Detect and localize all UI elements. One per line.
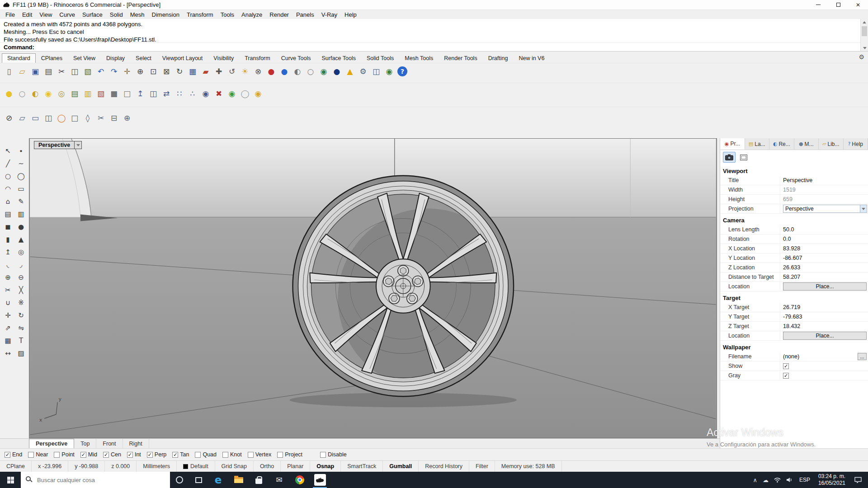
taskbar-search[interactable] bbox=[21, 472, 170, 488]
osnap-knot[interactable]: Knot bbox=[222, 451, 242, 458]
onedrive-icon[interactable]: ☁ bbox=[763, 477, 769, 483]
tool-circle-icon[interactable]: ○ bbox=[2, 170, 14, 182]
tool-text-icon[interactable]: T bbox=[15, 334, 28, 347]
dropdown-arrow-icon[interactable] bbox=[860, 205, 867, 212]
earth-icon[interactable]: ◉ bbox=[317, 65, 330, 78]
osnap-cen[interactable]: Cen bbox=[103, 451, 121, 458]
menu-surface[interactable]: Surface bbox=[79, 10, 106, 19]
zoom-window-icon[interactable]: ⊡ bbox=[147, 65, 160, 78]
start-button[interactable] bbox=[0, 472, 21, 488]
light-icon[interactable]: ☀ bbox=[239, 65, 251, 78]
shaded-viewport-icon[interactable]: ◐ bbox=[291, 65, 304, 78]
copy-icon[interactable]: ◫ bbox=[68, 65, 81, 78]
z-target-value[interactable]: 18.432 bbox=[780, 322, 868, 331]
tool-dimension-icon[interactable]: ↔ bbox=[2, 347, 14, 359]
duplicate-icon[interactable]: ◫ bbox=[147, 87, 160, 100]
viewport-title-row-value[interactable]: Perspective bbox=[780, 176, 868, 185]
menu-panels[interactable]: Panels bbox=[292, 10, 318, 19]
wallpaper-browse-button[interactable]: ... bbox=[858, 353, 867, 360]
move-icon[interactable]: ✚ bbox=[212, 65, 225, 78]
tool-arc-icon[interactable]: ◠ bbox=[2, 183, 14, 195]
viewport-title-menu[interactable]: Perspective bbox=[34, 141, 82, 149]
open-file-icon[interactable]: ▱ bbox=[16, 65, 28, 78]
ribbon-tab-mesh-tools[interactable]: Mesh Tools bbox=[399, 53, 439, 63]
search-input[interactable] bbox=[21, 472, 170, 488]
bulbs-white-icon[interactable]: ◯ bbox=[239, 87, 251, 100]
detail-properties-button[interactable] bbox=[737, 152, 750, 163]
tool-freeform-icon[interactable]: ✎ bbox=[15, 195, 28, 207]
section-icon[interactable]: ⊟ bbox=[108, 112, 120, 124]
redo-icon[interactable]: ↷ bbox=[108, 65, 120, 78]
osnap-end[interactable]: End bbox=[5, 451, 22, 458]
x-target-value[interactable]: 26.719 bbox=[780, 303, 868, 312]
tool-chamfer-icon[interactable]: ◞ bbox=[15, 258, 28, 271]
ribbon-tab-solid-tools[interactable]: Solid Tools bbox=[361, 53, 399, 63]
undo-icon[interactable]: ↶ bbox=[94, 65, 107, 78]
tool-fillet-icon[interactable]: ◟ bbox=[2, 258, 14, 271]
menu-dimension[interactable]: Dimension bbox=[148, 10, 183, 19]
viewport-tab-top[interactable]: Top bbox=[74, 439, 96, 448]
bulbs-green-icon[interactable]: ◉ bbox=[226, 87, 238, 100]
taskbar-app-chrome[interactable] bbox=[289, 472, 310, 488]
tool-join-icon[interactable]: ∪ bbox=[2, 296, 14, 309]
tool-sphere-icon[interactable]: ● bbox=[15, 221, 28, 233]
status-record-history[interactable]: Record History bbox=[419, 461, 469, 472]
tool-surface-icon[interactable]: ▤ bbox=[2, 208, 14, 220]
language-indicator[interactable]: ESP bbox=[798, 477, 811, 483]
sheet-check-icon[interactable]: ▤ bbox=[68, 87, 81, 100]
osnap-quad[interactable]: Quad bbox=[195, 451, 217, 458]
taskbar-app-store[interactable] bbox=[249, 472, 269, 488]
paste-icon[interactable]: ▧ bbox=[81, 65, 94, 78]
osnap-point[interactable]: Point bbox=[54, 451, 75, 458]
tool-polygon-icon[interactable]: ⌂ bbox=[2, 195, 14, 207]
tool-explode-icon[interactable]: ※ bbox=[15, 296, 28, 309]
send-up-icon[interactable]: ↥ bbox=[134, 87, 146, 100]
grid-points-icon[interactable]: ∷ bbox=[173, 87, 186, 100]
menu-solid[interactable]: Solid bbox=[106, 10, 127, 19]
layer-off-bulb-icon[interactable]: ○ bbox=[16, 87, 28, 100]
distance-to-target-value[interactable]: 58.207 bbox=[780, 272, 868, 282]
tool-hatch-icon[interactable]: ▨ bbox=[15, 347, 28, 359]
tool-pointer-icon[interactable]: ↖ bbox=[2, 145, 14, 157]
camera-place-button[interactable]: Place... bbox=[783, 282, 867, 291]
osnap-disable-icon[interactable]: ⊘ bbox=[3, 112, 15, 124]
osnap-project[interactable]: Project bbox=[277, 451, 302, 458]
tool-curve-icon[interactable]: ∼ bbox=[15, 157, 28, 169]
status-gumball[interactable]: Gumball bbox=[383, 461, 419, 472]
viewport-title-label[interactable]: Perspective bbox=[34, 141, 75, 149]
ribbon-tab-set-view[interactable]: Set View bbox=[68, 53, 101, 63]
panel-tab-libraries[interactable]: ▱ Lib... bbox=[819, 138, 844, 150]
taskbar-clock[interactable]: 03:24 p. m. 16/05/2021 bbox=[816, 473, 847, 487]
tool-polyline-icon[interactable]: ╱ bbox=[2, 157, 14, 169]
cut-icon[interactable]: ✂ bbox=[55, 65, 68, 78]
planar-mode-icon[interactable]: ▱ bbox=[16, 112, 28, 124]
ribbon-tab-display[interactable]: Display bbox=[101, 53, 130, 63]
panel-tab-materials[interactable]: ● M... bbox=[794, 138, 819, 150]
status-y[interactable]: y -90.988 bbox=[68, 461, 105, 472]
menu-transform[interactable]: Transform bbox=[183, 10, 217, 19]
help-icon[interactable]: ? bbox=[397, 66, 407, 76]
osnap-perp[interactable]: Perp bbox=[147, 451, 166, 458]
tool-mirror-icon[interactable]: ⇋ bbox=[15, 322, 28, 334]
viewport-tab-right[interactable]: Right bbox=[123, 439, 149, 448]
menu-tools[interactable]: Tools bbox=[217, 10, 238, 19]
minimize-button[interactable] bbox=[808, 0, 828, 9]
ribbon-tab-render-tools[interactable]: Render Tools bbox=[439, 53, 482, 63]
task-view-button[interactable] bbox=[189, 472, 208, 488]
osnap-near[interactable]: Near bbox=[28, 451, 48, 458]
menu-analyze[interactable]: Analyze bbox=[238, 10, 266, 19]
osnap-int[interactable]: Int bbox=[127, 451, 141, 458]
tool-extrude-icon[interactable]: ↥ bbox=[2, 246, 14, 258]
viewport-title-dropdown-icon[interactable] bbox=[75, 141, 82, 149]
y-location-value[interactable]: -86.607 bbox=[780, 253, 868, 263]
rotation-value[interactable]: 0.0 bbox=[780, 235, 868, 244]
x-location-value[interactable]: 83.928 bbox=[780, 244, 868, 253]
close-button[interactable]: ✕ bbox=[848, 0, 868, 9]
volume-icon[interactable] bbox=[786, 477, 793, 483]
tool-rectangle-icon[interactable]: ▭ bbox=[15, 183, 28, 195]
layer-half-bulb-icon[interactable]: ◐ bbox=[29, 87, 42, 100]
tool-loft-icon[interactable]: ▥ bbox=[15, 208, 28, 220]
sheet-yellow-icon[interactable]: ▥ bbox=[81, 87, 94, 100]
status-units[interactable]: Millimeters bbox=[137, 461, 177, 472]
tool-move-icon[interactable]: ✛ bbox=[2, 309, 14, 321]
